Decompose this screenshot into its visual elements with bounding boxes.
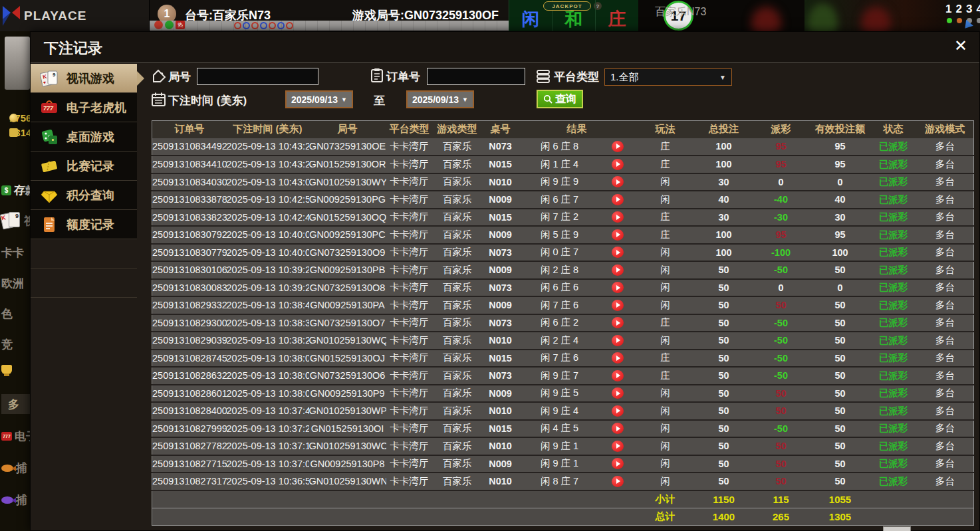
play-replay-icon[interactable]	[612, 387, 624, 399]
cell-game-type: 百家乐	[433, 385, 482, 403]
cell-game-mode: 多台	[917, 332, 974, 350]
table-row: 2509131083403072025-09-13 10:43:00GN0102…	[152, 173, 974, 191]
deposit-button[interactable]: $ 存款	[1, 183, 30, 198]
table-row: 2509131082840002025-09-13 10:37:45GN0102…	[152, 402, 974, 420]
sidebar-item-points-query[interactable]: 积分查询	[31, 181, 137, 210]
date-from-picker[interactable]: 2025/09/13 ▼	[285, 90, 353, 108]
play-replay-icon[interactable]	[612, 441, 624, 452]
multi-table-tabs[interactable]: 1 2 3 4	[945, 3, 980, 16]
play-replay-icon[interactable]	[612, 458, 624, 469]
banker-dot-icon	[154, 21, 163, 29]
platform-type-select[interactable]: 1.全部 ▼	[604, 68, 732, 86]
menu-item-jing[interactable]: 竞	[1, 337, 13, 352]
table-tab-2[interactable]: 2	[955, 3, 961, 16]
cell-status: 已派彩	[870, 420, 917, 438]
cell-game-mode: 多台	[917, 455, 974, 473]
table-video-feed	[804, 0, 947, 31]
cell-result: 闲 1 庄 4	[519, 156, 600, 173]
sidebar-item-table-games[interactable]: 桌面游戏	[31, 122, 137, 152]
cell-status: 已派彩	[870, 173, 917, 191]
sidebar-item-quota-records[interactable]: 额度记录	[31, 210, 137, 239]
cell-game-mode: 多台	[917, 437, 974, 455]
close-icon[interactable]: ✕	[951, 37, 970, 56]
cell-play-type: 闲	[635, 244, 696, 262]
table-tab-4[interactable]: 4	[976, 3, 980, 16]
menu-item-duo[interactable]: 多	[1, 394, 30, 414]
play-replay-icon[interactable]	[612, 211, 624, 223]
play-replay-icon[interactable]	[612, 194, 624, 205]
menu-item-slots[interactable]: 777 电子	[1, 429, 30, 444]
cell-replay	[600, 191, 635, 209]
search-button[interactable]: 查询	[537, 90, 583, 108]
round-number-input[interactable]	[197, 68, 318, 85]
road-toggle-icons[interactable]: 热	[154, 21, 185, 29]
player-zone-label: 闲	[522, 7, 540, 31]
bet-records-table: 订单号 下注时间 (美东) 局号 平台类型 游戏类型 桌号 结果 玩法 总投注 …	[152, 120, 974, 526]
sidebar-item-video-games[interactable]: K ♥ 9 视讯游戏	[31, 64, 137, 93]
cell-play-type: 闲	[635, 455, 696, 473]
order-number-input[interactable]	[427, 68, 525, 85]
play-replay-icon[interactable]	[612, 300, 624, 311]
date-to-picker[interactable]: 2025/09/13 ▼	[406, 90, 474, 108]
play-replay-icon[interactable]	[612, 282, 624, 293]
menu-item-europe[interactable]: 欧洲	[1, 276, 24, 291]
cell-bet-time: 2025-09-13 10:37:45	[227, 402, 309, 420]
play-replay-icon[interactable]	[612, 317, 624, 328]
cell-replay	[600, 314, 635, 332]
menu-item-kaka[interactable]: 卡卡	[1, 245, 24, 261]
play-replay-icon[interactable]	[612, 405, 624, 417]
bead-result-icon	[277, 22, 285, 29]
play-replay-icon[interactable]	[612, 352, 624, 364]
play-replay-icon[interactable]	[612, 265, 624, 276]
cell-play-type: 闲	[635, 437, 696, 455]
play-replay-icon[interactable]	[612, 370, 624, 381]
play-replay-icon[interactable]	[612, 247, 624, 258]
subtotal-valid: 1055	[810, 490, 870, 508]
menu-item-fishing-1[interactable]: 捕	[1, 461, 27, 476]
sidebar-item-slots[interactable]: 777 电子老虎机	[31, 93, 137, 122]
chevron-down-icon: ▼	[341, 96, 347, 103]
cell-order-number: 250913108286013	[152, 385, 227, 403]
date-from-value: 2025/09/13	[291, 94, 338, 105]
menu-item-fishing-2[interactable]: 捕	[1, 492, 27, 508]
cell-platform: 卡卡湾厅	[386, 350, 433, 368]
svg-text:777: 777	[43, 105, 54, 112]
cell-valid-bet: 50	[810, 473, 870, 490]
menu-item-rank[interactable]	[1, 365, 15, 374]
play-replay-icon[interactable]	[612, 476, 624, 487]
cards-icon: K9	[1, 212, 21, 229]
play-replay-icon[interactable]	[612, 141, 624, 152]
cell-play-type: 庄	[635, 138, 696, 156]
avatar[interactable]	[5, 37, 30, 90]
bet-zone-tie[interactable]: JACKPOT ? 和	[552, 0, 595, 31]
cell-game-type: 百家乐	[433, 314, 482, 332]
play-replay-icon[interactable]	[612, 159, 624, 170]
table-tab-1[interactable]: 1	[945, 3, 951, 16]
cell-status: 已派彩	[870, 314, 917, 332]
cell-platform: 卡卡湾厅	[386, 473, 433, 490]
play-replay-icon[interactable]	[612, 335, 624, 346]
col-result: 结果	[519, 121, 635, 138]
cell-play-type: 庄	[635, 367, 696, 385]
sidebar-item-label: 电子老虎机	[66, 100, 126, 116]
bet-zone-banker[interactable]: 庄	[595, 0, 638, 31]
table-row: 2509131083382382025-09-13 10:42:48GN0152…	[152, 209, 974, 227]
play-replay-icon[interactable]	[612, 176, 624, 187]
grand-total-payout: 265	[752, 508, 810, 526]
col-order: 订单号	[152, 121, 227, 138]
play-replay-icon[interactable]	[612, 423, 624, 434]
menu-item-se[interactable]: 色	[1, 306, 13, 322]
cell-valid-bet: 95	[810, 156, 870, 173]
sidebar-item-contest-records[interactable]: 比赛记录	[31, 152, 137, 181]
cell-total-bet: 50	[696, 279, 752, 297]
cell-table-number: N010	[482, 173, 519, 191]
menu-item-video[interactable]: K9 视	[1, 212, 30, 229]
cell-game-mode: 多台	[917, 209, 974, 227]
bead-result-icon	[269, 22, 276, 29]
cell-bet-time: 2025-09-13 10:39:22	[227, 279, 309, 297]
order-filter-label: 订单号	[386, 69, 420, 84]
table-tab-3[interactable]: 3	[966, 3, 972, 16]
play-replay-icon[interactable]	[612, 229, 624, 241]
pagination-button[interactable]	[883, 526, 911, 531]
cell-result: 闲 9 庄 5	[519, 385, 600, 403]
